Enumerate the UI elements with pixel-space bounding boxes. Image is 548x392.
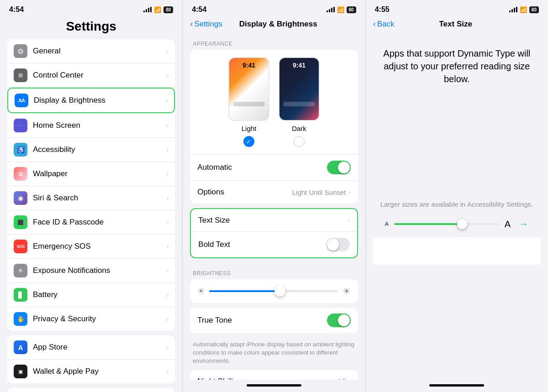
settings-row-display[interactable]: AA Display & Brightness › xyxy=(7,88,175,113)
night-shift-row[interactable]: Night Shift Off › xyxy=(190,370,358,380)
options-label: Options xyxy=(197,188,292,197)
em-chevron: › xyxy=(167,243,169,250)
wifi-icon: 📶 xyxy=(154,6,161,13)
automatic-toggle[interactable] xyxy=(327,161,351,174)
settings-row-exposure[interactable]: ✳ Exposure Notifications › xyxy=(7,259,175,283)
options-chevron: › xyxy=(348,189,350,196)
back-button-2[interactable]: ‹ Settings xyxy=(190,19,222,29)
text-size-spacer xyxy=(373,108,541,199)
display-chevron: › xyxy=(166,97,168,104)
true-tone-description: Automatically adapt iPhone display based… xyxy=(190,338,358,370)
bold-text-row[interactable]: Bold Text xyxy=(191,232,357,257)
back-label-3: Back xyxy=(377,20,395,29)
dark-check xyxy=(294,136,305,147)
text-slider-thumb[interactable] xyxy=(457,219,467,229)
settings-row-accessibility[interactable]: ♿ Accessibility › xyxy=(7,138,175,162)
settings-header: Settings xyxy=(0,17,182,39)
settings-row-passwords[interactable]: 🔑 Passwords › xyxy=(7,388,175,392)
settings-list[interactable]: ⚙ General › ⊞ Control Center › AA Displa… xyxy=(0,39,182,392)
settings-title: Settings xyxy=(7,19,175,34)
home-indicator-2 xyxy=(247,384,301,387)
back-label-2: Settings xyxy=(194,20,222,29)
settings-group-2: A App Store › ▣ Wallet & Apple Pay › xyxy=(7,335,175,383)
text-size-bottom-card xyxy=(373,237,541,265)
wal-chevron: › xyxy=(167,368,169,375)
exposure-icon: ✳ xyxy=(14,264,27,277)
settings-row-home-screen[interactable]: ⋯ Home Screen › xyxy=(7,114,175,138)
appstore-label: App Store xyxy=(33,343,167,352)
text-size-title: Text Size xyxy=(439,20,472,29)
general-icon: ⚙ xyxy=(14,44,27,58)
settings-row-wallet[interactable]: ▣ Wallet & Apple Pay › xyxy=(7,360,175,383)
light-label: Light xyxy=(242,125,257,132)
true-tone-row[interactable]: True Tone xyxy=(190,308,358,333)
settings-row-battery[interactable]: ▊ Battery › xyxy=(7,283,175,307)
brightness-row[interactable]: ☀ ☀ xyxy=(190,279,358,303)
home-screen-label: Home Screen xyxy=(33,121,167,130)
settings-row-general[interactable]: ⚙ General › xyxy=(7,39,175,63)
text-size-content: Apps that support Dynamic Type will adju… xyxy=(366,33,548,380)
light-thumb: 9:41 xyxy=(228,57,269,121)
settings-row-control-center[interactable]: ⊞ Control Center › xyxy=(7,63,175,88)
siri-label: Siri & Search xyxy=(33,193,167,203)
back-button-3[interactable]: ‹ Back xyxy=(373,19,395,29)
text-size-slider[interactable] xyxy=(394,223,499,225)
status-bar-2: 4:54 📶 80 xyxy=(183,0,365,17)
settings-group-1: ⚙ General › ⊞ Control Center › AA Displa… xyxy=(7,39,175,331)
text-size-panel: 4:55 📶 80 ‹ Back Text Size Apps that sup… xyxy=(366,0,548,392)
automatic-row[interactable]: Automatic xyxy=(190,154,358,181)
siri-icon: ◉ xyxy=(14,191,27,205)
appearance-label: APPEARANCE xyxy=(190,33,358,50)
text-size-row-label: Text Size xyxy=(198,216,348,225)
wallet-label: Wallet & Apple Pay xyxy=(33,367,167,376)
priv-chevron: › xyxy=(167,315,169,323)
text-size-nav: ‹ Back Text Size xyxy=(366,17,548,33)
dark-thumb: 9:41 xyxy=(279,57,320,121)
true-tone-label: True Tone xyxy=(197,316,327,325)
brightness-slider[interactable] xyxy=(209,290,337,292)
privacy-icon: ✋ xyxy=(14,312,27,326)
panel2-footer xyxy=(183,380,365,392)
display-content[interactable]: APPEARANCE 9:41 Light ✓ 9:41 xyxy=(183,33,365,380)
wallet-icon: ▣ xyxy=(14,365,27,378)
dark-time: 9:41 xyxy=(293,62,306,69)
settings-row-face-id[interactable]: ⬛ Face ID & Passcode › xyxy=(7,210,175,235)
settings-row-appstore[interactable]: A App Store › xyxy=(7,335,175,360)
bold-text-knob xyxy=(327,239,339,251)
true-tone-toggle[interactable] xyxy=(327,314,351,327)
brightness-thumb[interactable] xyxy=(274,286,285,297)
wallpaper-icon: ✿ xyxy=(14,167,27,181)
brightness-card: ☀ ☀ xyxy=(190,279,358,303)
settings-row-privacy[interactable]: ✋ Privacy & Security › xyxy=(7,307,175,331)
night-shift-card: Night Shift Off › xyxy=(190,370,358,380)
status-bar-3: 4:55 📶 80 xyxy=(366,0,548,17)
options-row[interactable]: Options Light Until Sunset › xyxy=(190,181,358,204)
settings-row-siri[interactable]: ◉ Siri & Search › xyxy=(7,186,175,210)
home-screen-icon: ⋯ xyxy=(14,119,27,132)
settings-row-wallpaper[interactable]: ✿ Wallpaper › xyxy=(7,162,175,186)
signal-icon-2 xyxy=(327,7,335,12)
automatic-knob xyxy=(338,162,350,173)
bold-text-toggle[interactable] xyxy=(326,238,350,251)
privacy-label: Privacy & Security xyxy=(33,314,167,324)
settings-row-emergency[interactable]: SOS Emergency SOS › xyxy=(7,235,175,259)
text-size-row[interactable]: Text Size › xyxy=(191,209,357,232)
appearance-options: 9:41 Light ✓ 9:41 Dark xyxy=(190,50,358,154)
light-check: ✓ xyxy=(243,136,254,147)
face-id-label: Face ID & Passcode xyxy=(33,218,167,227)
status-icons-1: 📶 80 xyxy=(143,6,173,13)
dark-option[interactable]: 9:41 Dark xyxy=(279,57,320,147)
signal-icon-3 xyxy=(509,7,517,12)
panel3-footer xyxy=(366,380,548,392)
as-chevron: › xyxy=(167,344,169,351)
home-indicator-3 xyxy=(429,384,484,387)
light-option[interactable]: 9:41 Light ✓ xyxy=(228,57,269,147)
true-tone-card: True Tone xyxy=(190,308,358,333)
arrow-right-icon: → xyxy=(519,218,529,230)
time-2: 4:54 xyxy=(192,5,206,14)
text-slider-fill xyxy=(394,223,462,225)
text-size-slider-row[interactable]: A A → xyxy=(380,218,533,230)
appstore-icon: A xyxy=(14,340,27,354)
wp-chevron: › xyxy=(167,170,169,178)
text-size-note-area: Larger sizes are available in Accessibil… xyxy=(373,199,541,237)
